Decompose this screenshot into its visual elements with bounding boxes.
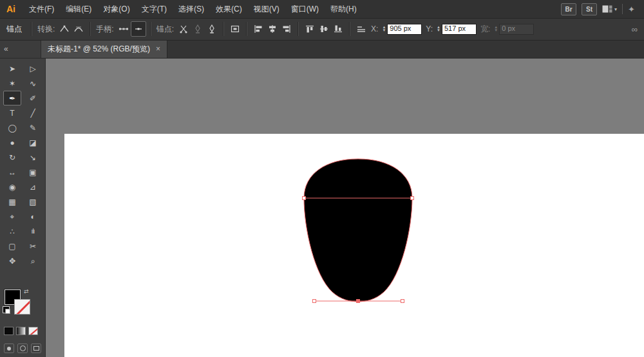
align-center-horizontal-icon[interactable] [265,22,279,36]
menu-view[interactable]: 视图(V) [248,0,285,18]
none-button[interactable] [28,327,38,335]
scale-tool[interactable]: ↘ [24,150,42,165]
bridge-button[interactable]: Br [561,3,576,15]
width-tool[interactable]: ↔ [3,165,21,179]
align-middle-vertical-icon[interactable] [317,22,331,36]
direct-selection-tool[interactable]: ▷ [24,61,42,76]
convert-to-smooth-icon[interactable] [71,22,86,36]
stock-button[interactable]: St [582,3,597,15]
control-separator [223,22,224,36]
eyedropper-tool[interactable]: ⌖ [3,209,21,224]
tab-close-icon[interactable]: × [156,44,160,53]
anchor-point[interactable] [303,197,306,200]
magic-wand-tool[interactable]: ✶ [3,76,21,91]
slice-tool[interactable]: ✂ [24,239,42,253]
control-separator [150,22,151,36]
free-transform-tool[interactable]: ▣ [24,165,42,179]
menu-select[interactable]: 选择(S) [173,0,210,18]
color-button[interactable] [4,327,14,335]
line-tool[interactable]: ╱ [24,105,42,120]
selection-tool[interactable]: ➤ [3,61,21,76]
draw-inside-button[interactable] [31,343,41,353]
menu-edit[interactable]: 编辑(E) [60,0,97,18]
draw-behind-button[interactable] [17,343,28,353]
lasso-tool[interactable]: ∿ [24,76,42,91]
show-handles-icon[interactable] [117,22,131,36]
hand-tool[interactable]: ✥ [3,253,21,268]
perspective-grid-tool[interactable]: ⊿ [24,179,42,194]
stroke-swatch[interactable] [14,299,30,315]
width-stepper: ▲▼ [494,26,498,32]
ellipse-tool[interactable]: ◯ [3,120,21,135]
rotate-tool[interactable]: ↻ [3,150,21,165]
eraser-tool[interactable]: ◪ [24,135,42,150]
shape-builder-tool[interactable]: ◉ [3,179,21,194]
document-tab[interactable]: 未标题-1* @ 52% (RGB/预览) × [41,40,167,58]
align-top-icon[interactable] [303,22,317,36]
workspace-caret-icon: ▾ [614,6,617,12]
align-bottom-icon[interactable] [331,22,345,36]
blend-tool[interactable]: ◐ [24,209,42,224]
swap-fill-stroke-icon[interactable]: ⇄ [24,288,29,295]
x-input[interactable]: 905 px [387,24,422,35]
sync-icon[interactable]: ✦ [628,5,635,14]
draw-normal-button[interactable] [4,343,14,353]
transform-options-icon[interactable] [354,22,368,36]
constrain-proportions-icon[interactable]: ∞ [632,24,638,34]
width-input: 0 px [499,24,534,35]
align-left-icon[interactable] [251,22,265,36]
workspace-grid-icon [602,5,612,13]
convert-to-corner-icon[interactable] [57,22,71,36]
paintbrush-tool[interactable]: ✐ [24,91,42,105]
default-fill-stroke-icon[interactable] [3,306,10,313]
selected-anchor-point[interactable] [357,300,360,303]
isolate-selected-object-icon[interactable] [228,22,242,36]
menu-file[interactable]: 文件(F) [23,0,60,18]
gradient-button[interactable] [16,327,26,335]
zoom-tool[interactable]: ⌕ [24,253,42,268]
remove-anchor-icon[interactable] [191,22,205,36]
control-separator [349,22,350,36]
gradient-tool[interactable]: ▧ [24,194,42,209]
width-label: 宽: [480,24,490,35]
control-bar: 锚点 转换: 手柄: 锚点: [0,18,644,41]
control-separator [31,22,32,36]
menu-window[interactable]: 窗口(W) [285,0,325,18]
pen-tool[interactable]: ✒ [3,91,21,105]
menu-type[interactable]: 文字(T) [136,0,173,18]
menu-help[interactable]: 帮助(H) [325,0,363,18]
x-position-field: X: ▲▼ 905 px [370,24,422,35]
type-tool[interactable]: T [3,105,21,120]
width-field: 宽: ▲▼ 0 px [479,24,534,35]
symbol-sprayer-tool[interactable]: ∴ [3,224,21,239]
column-graph-tool[interactable]: ılı [24,224,42,239]
pencil-tool[interactable]: ✎ [24,120,42,135]
hide-handles-icon[interactable] [131,21,146,37]
tools-grid: ➤ ▷ ✶ ∿ ✒ ✐ T ╱ ◯ ✎ ● ◪ ↻ ↘ ↔ ▣ ◉ ⊿ ▦ ▧ … [0,58,45,268]
menubar-separator [622,4,623,14]
y-stepper[interactable]: ▲▼ [437,26,440,32]
y-input[interactable]: 517 px [442,24,477,35]
direction-handle-point[interactable] [313,300,316,303]
direction-handle-point[interactable] [401,300,404,303]
anchor-point[interactable] [411,197,414,200]
convert-label: 转换: [37,24,55,35]
draw-mode-row [4,343,41,353]
fill-stroke-block: ⇄ [5,289,33,316]
blob-brush-tool[interactable]: ● [3,135,21,150]
add-anchor-icon[interactable] [205,22,219,36]
workspace-switcher[interactable]: ▾ [602,5,617,13]
collapse-panel-button[interactable]: « [0,40,41,58]
menu-effect[interactable]: 效果(C) [210,0,248,18]
tools-panel: ➤ ▷ ✶ ∿ ✒ ✐ T ╱ ◯ ✎ ● ◪ ↻ ↘ ↔ ▣ ◉ ⊿ ▦ ▧ … [0,58,46,357]
menu-object[interactable]: 对象(O) [97,0,135,18]
align-right-icon[interactable] [279,22,294,36]
handles-label: 手柄: [96,24,113,35]
canvas-area[interactable] [45,58,644,357]
x-stepper[interactable]: ▲▼ [382,26,386,32]
cut-path-icon[interactable] [176,22,191,36]
illustrator-logo: Ai [0,4,23,14]
artboard-tool[interactable]: ▢ [3,239,21,253]
context-label: 锚点 [4,24,27,35]
mesh-tool[interactable]: ▦ [3,194,21,209]
